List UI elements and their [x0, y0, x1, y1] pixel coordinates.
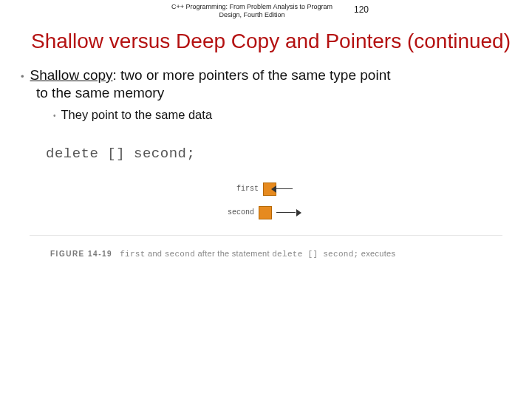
pointer-first-row: first	[231, 183, 297, 196]
cap-mid2: after the statement	[195, 249, 272, 258]
figure-area: delete [] second; first second FIGURE 14…	[30, 144, 502, 259]
figure-caption: FIGURE 14-19first and second after the s…	[30, 246, 502, 259]
first-label: first	[231, 185, 259, 193]
bullet-1: • Shallow copy: two or more pointers of …	[21, 66, 519, 84]
source-text: C++ Programming: From Problem Analysis t…	[163, 3, 341, 19]
cap-mid1: and	[146, 249, 165, 258]
pointer-second-row: second	[226, 206, 301, 219]
sub-bullet-text: They point to the same data	[61, 108, 213, 122]
pointer-diagram: first second	[30, 177, 502, 236]
slide-title: Shallow versus Deep Copy and Pointers (c…	[0, 25, 532, 61]
code-snippet: delete [] second;	[30, 144, 502, 172]
cap-m2: second	[165, 250, 195, 259]
arrow-right-icon	[276, 210, 301, 216]
arrow-left-icon	[275, 186, 297, 192]
bullet-dot-icon: •	[21, 66, 24, 83]
cap-m1: first	[120, 250, 146, 259]
slide-body: • Shallow copy: two or more pointers of …	[0, 61, 532, 122]
page-number: 120	[354, 3, 369, 15]
bullet-rest: : two or more pointers of the same type …	[113, 67, 391, 83]
sub-bullet-dot-icon: •	[53, 108, 56, 120]
sub-bullet-1: • They point to the same data	[21, 102, 519, 122]
figure-id: FIGURE 14-19	[50, 250, 112, 258]
cap-m3: delete [] second;	[272, 250, 358, 259]
bullet-1-text: Shallow copy: two or more pointers of th…	[30, 66, 519, 84]
bullet-term: Shallow copy	[30, 67, 113, 83]
slide-header: C++ Programming: From Problem Analysis t…	[0, 0, 532, 25]
second-box-icon	[259, 206, 272, 219]
cap-post: executes	[359, 249, 396, 258]
second-label: second	[226, 208, 254, 216]
bullet-1-cont: to the same memory	[21, 84, 519, 102]
